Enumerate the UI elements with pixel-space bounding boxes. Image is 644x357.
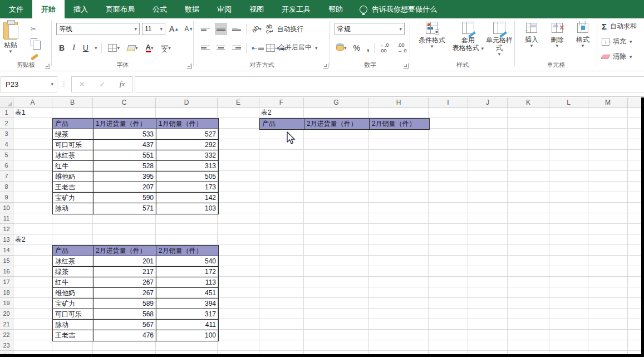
row-header-23[interactable]: 23 (0, 340, 13, 351)
underline-dropdown-arrow[interactable]: ▾ (95, 46, 97, 50)
table2-bottom-cell[interactable]: 可口可乐 (53, 309, 94, 320)
insert-cells-button[interactable]: ← 插入 ▾ (520, 23, 543, 48)
column-header-B[interactable]: B (52, 97, 93, 107)
table1-header-cell[interactable]: 产品 (53, 119, 94, 129)
autosum-button[interactable]: Σ 自动求和 (602, 22, 637, 31)
table1-cell[interactable]: 维他奶 (53, 172, 94, 182)
column-header-J[interactable]: J (468, 97, 508, 107)
name-box-dropdown-arrow[interactable]: ▾ (51, 82, 57, 86)
row-header-22[interactable]: 22 (0, 330, 13, 340)
row-header-14[interactable]: 14 (0, 245, 13, 256)
align-right-button[interactable] (230, 42, 243, 54)
table1-cell[interactable]: 551 (94, 150, 156, 161)
tab-插入[interactable]: 插入 (65, 0, 97, 18)
tab-数据[interactable]: 数据 (176, 0, 208, 18)
conditional-formatting-button[interactable]: ≠ 条件格式 ▾ (415, 22, 449, 48)
table1-cell[interactable]: 313 (156, 161, 218, 172)
table2-bottom-cell[interactable]: 冰红茶 (53, 256, 94, 267)
column-header-E[interactable]: E (218, 97, 259, 107)
tab-公式[interactable]: 公式 (144, 0, 176, 18)
column-header-C[interactable]: C (93, 97, 156, 107)
table2-bottom-cell[interactable]: 267 (94, 277, 156, 288)
column-header-F[interactable]: F (259, 97, 304, 107)
table2-bottom-cell[interactable]: 451 (156, 288, 218, 299)
cancel-button[interactable]: ✕ (79, 80, 85, 89)
tell-me-box[interactable]: 告诉我你想要做什么 (352, 0, 445, 18)
table2-bottom-cell[interactable]: 217 (94, 267, 156, 277)
table2-top[interactable]: 产品2月进货量（件）2月销量（件） (259, 118, 430, 130)
accounting-format-button[interactable]: ▾ (335, 42, 348, 54)
row-header-2[interactable]: 2 (0, 118, 13, 129)
table2-bottom-cell[interactable]: 100 (156, 330, 218, 341)
align-center-button[interactable] (215, 42, 227, 54)
insert-function-button[interactable]: fx (120, 80, 125, 89)
row-header-18[interactable]: 18 (0, 287, 13, 298)
table1-cell[interactable]: 292 (156, 140, 218, 150)
table2-bottom-cell[interactable]: 201 (94, 256, 156, 267)
row-header-7[interactable]: 7 (0, 171, 13, 182)
underline-button[interactable]: U (81, 42, 90, 54)
cell-A13-label[interactable]: 表2 (13, 234, 52, 245)
table2-bottom-cell[interactable]: 540 (156, 256, 218, 267)
alignment-dialog-launcher-icon[interactable] (323, 63, 328, 69)
column-headers[interactable]: ABCDEFGHIJKLM (13, 97, 644, 107)
row-header-4[interactable]: 4 (0, 139, 13, 150)
table2-top-header-cell[interactable]: 2月进货量（件） (304, 119, 370, 129)
table1-cell[interactable]: 红牛 (53, 161, 94, 172)
tab-页面布局[interactable]: 页面布局 (97, 0, 144, 18)
decrease-decimal-button[interactable]: .00 →.0 (396, 42, 410, 54)
tab-开发工具[interactable]: 开发工具 (273, 0, 319, 18)
tab-帮助[interactable]: 帮助 (319, 0, 352, 18)
table2-bottom-cell[interactable]: 267 (94, 288, 156, 299)
table2-bottom-cell[interactable]: 宝矿力 (53, 299, 94, 309)
clipboard-dialog-launcher-icon[interactable] (45, 63, 50, 69)
font-size-select[interactable]: 11 ▾ (142, 23, 165, 35)
table1-cell[interactable]: 207 (94, 182, 156, 193)
table2-bottom-cell[interactable]: 王老吉 (53, 330, 94, 341)
row-header-3[interactable]: 3 (0, 129, 13, 139)
table1-cell[interactable]: 437 (94, 140, 156, 150)
table1-cell[interactable]: 可口可乐 (53, 140, 94, 150)
enter-button[interactable]: ✓ (99, 80, 105, 89)
merge-center-button[interactable]: 合并后居中 ▾ (266, 43, 318, 52)
sheet-grid[interactable]: ABCDEFGHIJKLM 12345678910111213141516171… (0, 97, 644, 357)
row-header-21[interactable]: 21 (0, 319, 13, 330)
row-header-16[interactable]: 16 (0, 266, 13, 277)
comma-style-button[interactable]: , (365, 42, 371, 54)
row-header-20[interactable]: 20 (0, 309, 13, 319)
italic-button[interactable]: I (71, 42, 77, 54)
copy-button[interactable]: ▾ (29, 36, 42, 48)
align-bottom-button[interactable] (230, 23, 243, 35)
table1-header-cell[interactable]: 1月进货量（件） (94, 119, 156, 129)
table1-cell[interactable]: 绿茶 (53, 129, 94, 140)
percent-style-button[interactable]: % (352, 42, 362, 54)
row-header-19[interactable]: 19 (0, 298, 13, 309)
table2-bottom-cell[interactable]: 476 (94, 330, 156, 341)
borders-button[interactable]: ▾ (106, 42, 121, 54)
table2-bottom-header-cell[interactable]: 产品 (53, 246, 94, 256)
table2-bottom-cell[interactable]: 113 (156, 277, 218, 288)
paste-button[interactable]: 粘贴 ▾ (3, 22, 18, 53)
table2-bottom-header-cell[interactable]: 2月进货量（件） (94, 246, 156, 256)
row-header-6[interactable]: 6 (0, 160, 13, 171)
table1-cell[interactable]: 590 (94, 193, 156, 203)
table2-bottom-cell[interactable]: 394 (156, 299, 218, 309)
increase-decimal-button[interactable]: ←.0 .00 (378, 42, 392, 54)
table1-cell[interactable]: 142 (156, 193, 218, 203)
table2-bottom-cell[interactable]: 589 (94, 299, 156, 309)
table1-cell[interactable]: 527 (156, 129, 218, 140)
column-header-G[interactable]: G (304, 97, 369, 107)
table2-bottom-cell[interactable]: 172 (156, 267, 218, 277)
table2-top-header-cell[interactable]: 产品 (260, 119, 304, 129)
tab-开始[interactable]: 开始 (32, 0, 65, 18)
column-header-H[interactable]: H (369, 97, 429, 107)
wrap-text-button[interactable]: abc↵ 自动换行 (266, 24, 303, 34)
name-box[interactable]: P23 ▾ (1, 76, 57, 92)
fill-button[interactable]: ↓ 填充 ▾ (602, 37, 632, 46)
table1[interactable]: 产品1月进货量（件）1月销量（件）绿茶533527可口可乐437292冰红茶55… (52, 118, 219, 214)
table1-cell[interactable]: 103 (156, 203, 218, 214)
table2-bottom-cell[interactable]: 绿茶 (53, 267, 94, 277)
table1-cell[interactable]: 332 (156, 150, 218, 161)
tab-审阅[interactable]: 审阅 (208, 0, 240, 18)
format-as-table-button[interactable]: 套用 表格格式 ▾ (451, 22, 485, 52)
